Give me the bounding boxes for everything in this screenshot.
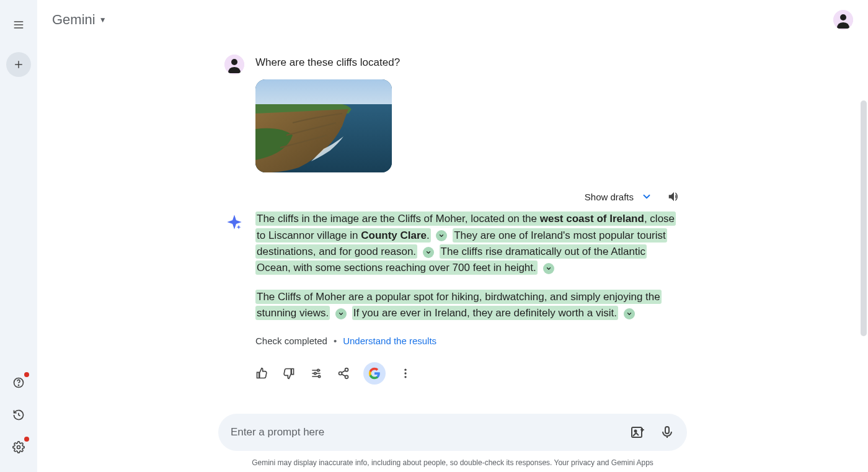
- svg-point-19: [635, 430, 637, 432]
- brand-name: Gemini: [52, 12, 95, 28]
- more-button[interactable]: [398, 366, 413, 381]
- svg-point-15: [404, 368, 406, 370]
- prompt-input[interactable]: Enter a prompt here: [218, 414, 687, 451]
- check-completed-label: Check completed: [255, 334, 327, 348]
- plus-icon: [13, 59, 24, 70]
- check-row: Check completed • Understand the results: [255, 334, 681, 348]
- disclaimer: Gemini may display inaccurate info, incl…: [218, 458, 687, 467]
- caret-down-icon: ▼: [99, 16, 107, 24]
- thumbs-down-button[interactable]: [281, 366, 296, 381]
- help-icon: [12, 376, 25, 389]
- tune-icon: [310, 367, 322, 380]
- model-response: The cliffs in the image are the Cliffs o…: [255, 211, 681, 384]
- google-icon: [368, 367, 381, 380]
- share-button[interactable]: [336, 366, 351, 381]
- conversation: Where are these cliffs located?: [37, 40, 868, 414]
- menu-button[interactable]: [6, 12, 31, 37]
- profile-avatar[interactable]: [833, 10, 853, 30]
- svg-point-14: [345, 375, 348, 378]
- user-question: Where are these cliffs located?: [255, 55, 681, 71]
- speaker-icon: [667, 190, 681, 203]
- share-icon: [337, 367, 350, 380]
- settings-button[interactable]: [6, 435, 31, 460]
- svg-point-13: [339, 372, 342, 375]
- svg-point-11: [318, 375, 320, 377]
- thumbs-down-icon: [283, 367, 295, 380]
- response-actions: [254, 362, 681, 385]
- chevron-down-icon: [641, 191, 652, 202]
- prompt-placeholder: Enter a prompt here: [231, 426, 630, 439]
- hamburger-icon: [12, 19, 25, 31]
- svg-rect-20: [665, 427, 669, 434]
- image-upload-icon: [630, 425, 645, 440]
- thumbs-up-button[interactable]: [254, 366, 269, 381]
- gear-icon: [12, 441, 25, 453]
- input-area: Enter a prompt here Gemini may display i…: [37, 414, 868, 472]
- user-turn: Where are these cliffs located?: [224, 55, 681, 172]
- model-turn: The cliffs in the image are the Cliffs o…: [224, 211, 681, 384]
- response-toolbar: Show drafts: [224, 190, 681, 203]
- svg-point-9: [317, 369, 319, 371]
- activity-button[interactable]: [6, 403, 31, 427]
- tune-button[interactable]: [309, 366, 324, 381]
- understand-results-link[interactable]: Understand the results: [343, 334, 436, 348]
- brand-selector[interactable]: Gemini ▼: [52, 12, 107, 28]
- google-verify-button[interactable]: [363, 362, 386, 385]
- show-drafts-button[interactable]: Show drafts: [585, 191, 652, 202]
- fact-check-chip[interactable]: [543, 263, 554, 274]
- new-chat-button[interactable]: [6, 52, 31, 77]
- sidebar: [0, 0, 37, 472]
- svg-point-16: [404, 372, 406, 374]
- model-avatar: [224, 211, 244, 231]
- svg-point-1: [19, 385, 19, 386]
- scrollbar[interactable]: [861, 100, 867, 336]
- user-avatar: [224, 55, 244, 74]
- sparkle-icon: [226, 213, 243, 231]
- svg-point-17: [404, 376, 406, 378]
- svg-point-4: [840, 14, 846, 20]
- show-drafts-label: Show drafts: [585, 192, 634, 202]
- cliffs-image: [255, 79, 392, 172]
- svg-point-6: [231, 59, 237, 65]
- privacy-link[interactable]: Your privacy and Gemini Apps: [554, 458, 653, 467]
- svg-point-12: [345, 368, 348, 371]
- upload-image-button[interactable]: [630, 425, 645, 440]
- mic-button[interactable]: [660, 425, 675, 440]
- history-icon: [12, 409, 25, 421]
- header: Gemini ▼: [37, 0, 868, 40]
- read-aloud-button[interactable]: [667, 190, 681, 203]
- help-button[interactable]: [6, 370, 31, 395]
- thumbs-up-icon: [255, 367, 268, 380]
- fact-check-chip[interactable]: [624, 308, 635, 319]
- svg-point-10: [314, 372, 316, 374]
- fact-check-chip[interactable]: [423, 247, 434, 258]
- fact-check-chip[interactable]: [436, 230, 447, 241]
- avatar-icon: [833, 10, 853, 30]
- mic-icon: [660, 425, 675, 440]
- fact-check-chip[interactable]: [335, 308, 347, 319]
- svg-point-2: [17, 446, 20, 449]
- attached-image[interactable]: [255, 79, 392, 172]
- more-vert-icon: [399, 367, 412, 380]
